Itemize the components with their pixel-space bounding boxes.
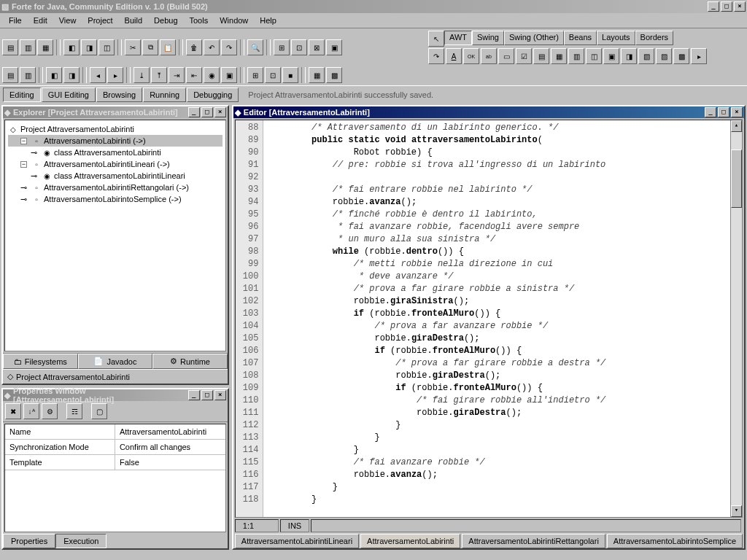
mode-tab-debugging[interactable]: Debugging	[187, 88, 239, 102]
explorer-tab-runtime[interactable]: ⚙ Runtime	[152, 354, 228, 369]
sort-icon[interactable]: ↓ᴬ	[23, 403, 39, 419]
tool-icon[interactable]: ◨	[63, 67, 80, 83]
comp-icon[interactable]: ▦	[551, 48, 567, 64]
pointer-icon[interactable]: ↖	[428, 31, 444, 47]
editor-tab[interactable]: AttraversamentoLabirintiLineari	[235, 534, 359, 548]
comp-icon[interactable]: ▧	[638, 48, 654, 64]
close-button[interactable]: ×	[214, 390, 226, 400]
mode-tab-browsing[interactable]: Browsing	[96, 88, 142, 102]
tree-node[interactable]: ⊸◉class AttraversamentoLabirinti	[8, 147, 222, 158]
menu-file[interactable]: File	[3, 15, 28, 26]
tool-icon[interactable]: ⊡	[291, 39, 307, 55]
comp-icon[interactable]: ▣	[603, 48, 619, 64]
tool-icon[interactable]: ⤒	[151, 67, 167, 83]
minimize-button[interactable]: _	[705, 107, 716, 117]
component-tab-awt[interactable]: AWT	[444, 31, 472, 45]
menu-help[interactable]: Help	[254, 15, 282, 26]
tool-icon[interactable]: ▢	[91, 403, 107, 419]
cut-icon[interactable]: ✂	[125, 39, 141, 55]
tool-icon[interactable]: ▦	[37, 39, 53, 55]
label-icon[interactable]: A	[446, 48, 462, 64]
tool-icon[interactable]: ▣	[221, 67, 237, 83]
tool-icon[interactable]: ⊞	[247, 67, 263, 83]
close-button[interactable]: ×	[214, 107, 226, 117]
menu-debug[interactable]: Debug	[148, 15, 183, 26]
checkbox-icon[interactable]: ☑	[516, 48, 532, 64]
tool-icon[interactable]: ▩	[326, 67, 342, 83]
editor-tab[interactable]: AttraversamentoLabirintiRettangolari	[462, 534, 605, 548]
property-value[interactable]: Confirm all changes	[115, 440, 225, 454]
more-icon[interactable]: ▸	[691, 48, 707, 64]
maximize-button[interactable]: □	[721, 1, 732, 12]
scroll-up-button[interactable]: ▴	[731, 120, 742, 132]
comp-icon[interactable]: ▭	[498, 48, 514, 64]
tool-icon[interactable]: ▣	[326, 39, 342, 55]
tree-node[interactable]: −▫AttraversamentoLabirinti (->)	[8, 135, 222, 147]
minimize-button[interactable]: _	[188, 390, 200, 400]
arrow-icon[interactable]: ↷	[428, 48, 444, 64]
property-row[interactable]: Synchronization ModeConfirm all changes	[5, 440, 225, 455]
editor-tab[interactable]: AttraversamentoLabirintoSemplice	[607, 534, 743, 548]
comp-icon[interactable]: ▨	[656, 48, 672, 64]
tool-icon[interactable]: ▥	[20, 39, 36, 55]
vertical-scrollbar[interactable]: ▴ ▾	[730, 120, 742, 517]
search-icon[interactable]: 🔍	[247, 39, 263, 55]
property-value[interactable]: False	[115, 455, 225, 470]
tool-icon[interactable]: ◨	[81, 39, 97, 55]
properties-tab-properties[interactable]: Properties	[3, 534, 55, 548]
tool-icon[interactable]: ✖	[5, 403, 21, 419]
scroll-thumb[interactable]	[731, 149, 742, 208]
paste-icon[interactable]: 📋	[160, 39, 176, 55]
play-icon[interactable]: ▸	[107, 67, 123, 83]
comp-icon[interactable]: ▤	[533, 48, 549, 64]
tool-icon[interactable]: ☶	[66, 403, 82, 419]
tool-icon[interactable]: ▤	[2, 67, 18, 83]
maximize-button[interactable]: □	[201, 107, 213, 117]
menu-view[interactable]: View	[53, 15, 82, 26]
tree-node[interactable]: ⊸▫AttraversamentoLabirintiRettangolari (…	[8, 182, 222, 193]
maximize-button[interactable]: □	[718, 107, 729, 117]
component-tab-swingother[interactable]: Swing (Other)	[504, 31, 564, 45]
tool-icon[interactable]: ⇤	[186, 67, 202, 83]
tree-node[interactable]: ⊸◉class AttraversamentoLabirintiLineari	[8, 170, 222, 182]
comp-icon[interactable]: ◫	[586, 48, 602, 64]
minimize-button[interactable]: _	[708, 1, 719, 12]
copy-icon[interactable]: ⧉	[142, 39, 158, 55]
prev-icon[interactable]: ◂	[90, 67, 106, 83]
undo-icon[interactable]: ↶	[204, 39, 220, 55]
component-tab-beans[interactable]: Beans	[564, 31, 597, 45]
maximize-button[interactable]: □	[201, 390, 213, 400]
tool-icon[interactable]: ⊞	[274, 39, 290, 55]
minimize-button[interactable]: _	[188, 107, 200, 117]
tool-icon[interactable]: ⤓	[133, 67, 150, 83]
comp-icon[interactable]: ▩	[673, 48, 689, 64]
tool-icon[interactable]: ■	[282, 67, 298, 83]
editor-view[interactable]: 8889909192939495969798991001011021031041…	[235, 120, 743, 518]
properties-tab-execution[interactable]: Execution	[55, 534, 107, 548]
component-tab-swing[interactable]: Swing	[472, 31, 504, 45]
delete-icon[interactable]: 🗑	[186, 39, 202, 55]
button-icon[interactable]: OK	[463, 48, 479, 64]
property-row[interactable]: NameAttraversamentoLabirinti	[5, 424, 225, 440]
menu-tools[interactable]: Tools	[184, 15, 214, 26]
mode-tab-running[interactable]: Running	[143, 88, 186, 102]
tool-icon[interactable]: ◧	[46, 67, 62, 83]
tool-icon[interactable]: ◉	[204, 67, 220, 83]
tool-icon[interactable]: ▦	[309, 67, 325, 83]
tree-expander[interactable]: −	[20, 138, 27, 144]
redo-icon[interactable]: ↷	[221, 39, 237, 55]
textfield-icon[interactable]: ab	[481, 48, 497, 64]
menu-window[interactable]: Window	[214, 15, 254, 26]
menu-build[interactable]: Build	[119, 15, 148, 26]
project-tree[interactable]: ◇Project AttraversamentoLabirinti−▫Attra…	[4, 120, 226, 351]
comp-icon[interactable]: ▥	[568, 48, 584, 64]
tool-icon[interactable]: ▤	[2, 39, 18, 55]
explorer-tab-filesystems[interactable]: 🗀 Filesystems	[3, 354, 78, 369]
tool-icon[interactable]: ▥	[20, 67, 36, 83]
tree-root[interactable]: ◇Project AttraversamentoLabirinti	[8, 123, 222, 135]
editor-tab[interactable]: AttraversamentoLabirinti	[360, 534, 460, 548]
property-row[interactable]: TemplateFalse	[5, 455, 225, 470]
tree-expander[interactable]: −	[20, 161, 27, 168]
tool-icon[interactable]: ◫	[98, 39, 115, 55]
menu-edit[interactable]: Edit	[28, 15, 53, 26]
